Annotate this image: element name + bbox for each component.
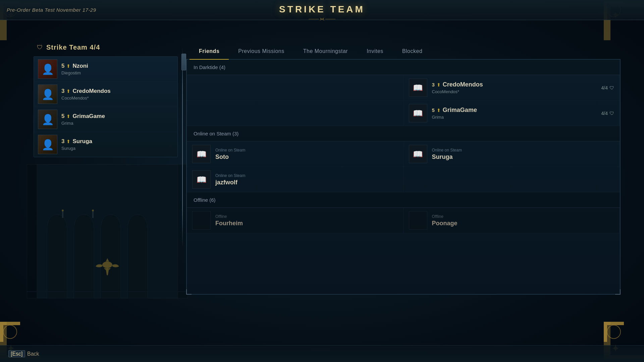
left-panel: 🛡 Strike Team 4/4 👤 5 ⬆ Nzoni Diegostim … [34,44,178,157]
empty-cell [187,75,404,101]
friend-avatar: 📖 [409,104,427,122]
divider-handle [181,54,186,70]
member-level: 5 [61,113,64,120]
member-name: GrimaGame [72,113,105,120]
rank-icon: ⬆ [66,139,70,144]
member-info: 3 ⬆ CredoMendos CocoMendos* [61,88,173,101]
friend-card[interactable]: 📖 Online on Steam jazfwolf [187,167,404,192]
friend-card[interactable]: 📖 5 ⬆ GrimaGame Grima 4/4 🛡 [404,101,620,126]
bottom-bar: [Esc] Back [0,345,644,362]
back-label: Back [27,351,39,357]
empty-cell [404,167,620,192]
team-member[interactable]: 👤 3 ⬆ CredoMendos CocoMendos* [34,82,177,107]
rank-icon: ⬆ [66,88,70,94]
friend-sub: CocoMendos* [432,89,597,94]
online-steam-grid: 📖 Online on Steam Soto 📖 Online on Steam… [187,141,620,192]
member-sub: Diegostim [61,70,173,75]
in-darktide-header: In Darktide (4) [187,60,620,75]
friend-info: 3 ⬆ CredoMendos CocoMendos* [432,81,597,94]
team-member[interactable]: 👤 3 ⬆ Suruga Suruga [34,132,177,157]
party-shield-icon: 🛡 [609,111,614,116]
shield-icon: 🛡 [37,44,43,51]
offline-header: Offline (6) [187,192,620,208]
friend-card[interactable]: Offline Poonage [404,208,620,233]
pre-order-text: Pre-Order Beta Test November 17-29 [7,7,96,13]
friend-name: Soto [215,154,398,161]
friends-content: In Darktide (4) 📖 3 ⬆ CredoMendos [186,60,620,294]
friend-avatar: 📖 [192,145,211,163]
friend-status: Offline [432,214,614,219]
party-count: 4/4 [601,85,608,90]
friend-avatar: 📖 [409,78,427,97]
friend-name: CredoMendos [443,81,483,88]
friend-status: Online on Steam [215,148,398,153]
svg-marker-10 [322,17,324,20]
in-darktide-grid: 📖 3 ⬆ CredoMendos CocoMendos* 4/4 🛡 [187,75,620,126]
friend-name: Poonage [432,220,614,227]
member-name: Nzoni [72,63,88,69]
rank-icon: ⬆ [66,114,70,119]
tab-mourningstar[interactable]: The Mourningstar [294,44,357,60]
strike-team-title: Strike Team 4/4 [46,44,100,51]
friend-info: 5 ⬆ GrimaGame Grima [432,107,597,120]
page-title: STRIKE TEAM [279,4,365,15]
corner-decoration [186,289,192,295]
party-info: 4/4 🛡 [601,85,614,90]
member-info: 5 ⬆ GrimaGame Grima [61,113,173,126]
member-sub: Suruga [61,146,173,151]
panel-divider [181,47,184,248]
friend-avatar [409,211,427,230]
avatar: 👤 [38,84,57,104]
friend-info: Offline Poonage [432,214,614,227]
party-info: 4/4 🛡 [601,111,614,116]
svg-rect-18 [27,164,188,298]
page-title-container: STRIKE TEAM [279,0,365,22]
friend-card[interactable]: 📖 3 ⬆ CredoMendos CocoMendos* 4/4 🛡 [404,75,620,101]
friend-card[interactable]: 📖 Online on Steam Soto [187,141,404,167]
avatar: 👤 [38,110,57,129]
friend-card[interactable]: Offline Fourheim [187,208,404,233]
member-name: CredoMendos [72,88,110,95]
friend-info: Offline Fourheim [215,214,398,227]
member-info: 5 ⬆ Nzoni Diegostim [61,63,173,75]
friend-level: 3 [432,82,435,87]
friend-name: jazfwolf [215,179,398,186]
member-name: Suruga [72,138,92,145]
tab-invites[interactable]: Invites [357,44,393,60]
strike-team-header: 🛡 Strike Team 4/4 [34,44,178,51]
rank-icon: ⬆ [437,82,441,87]
friend-name: Fourheim [215,220,398,227]
arch-background [27,164,188,298]
tab-friends[interactable]: Friends [190,44,229,60]
tabs-nav: Friends Previous Missions The Mourningst… [186,44,621,60]
friend-avatar [192,211,211,230]
team-member[interactable]: 👤 5 ⬆ GrimaGame Grima [34,107,177,132]
member-level: 5 [61,63,64,69]
friend-avatar: 📖 [192,170,211,189]
svg-point-21 [102,261,112,268]
member-info: 3 ⬆ Suruga Suruga [61,138,173,151]
party-count: 4/4 [601,111,608,116]
online-steam-header: Online on Steam (3) [187,126,620,141]
friend-avatar: 📖 [409,145,427,163]
empty-cell [187,101,404,126]
member-level: 3 [61,88,64,95]
avatar: 👤 [38,135,57,154]
esc-key[interactable]: [Esc] [8,350,25,357]
corner-decoration [615,289,621,295]
tab-previous-missions[interactable]: Previous Missions [229,44,293,60]
right-panel: Friends Previous Missions The Mourningst… [186,44,621,342]
friend-name: GrimaGame [443,107,477,114]
friend-status: Online on Steam [432,148,614,153]
offline-grid: Offline Fourheim Offline Poonage [187,208,620,233]
rank-icon: ⬆ [66,63,70,69]
friend-name: Suruga [432,154,614,161]
team-list: 👤 5 ⬆ Nzoni Diegostim 👤 3 ⬆ CredoMend [34,56,178,157]
friend-card[interactable]: 📖 Online on Steam Suruga [404,141,620,167]
friend-status: Offline [215,214,398,219]
friend-info: Online on Steam Soto [215,148,398,161]
svg-marker-9 [320,17,322,20]
tab-blocked[interactable]: Blocked [393,44,432,60]
team-member[interactable]: 👤 5 ⬆ Nzoni Diegostim [34,57,177,82]
friend-info: Online on Steam Suruga [432,148,614,161]
